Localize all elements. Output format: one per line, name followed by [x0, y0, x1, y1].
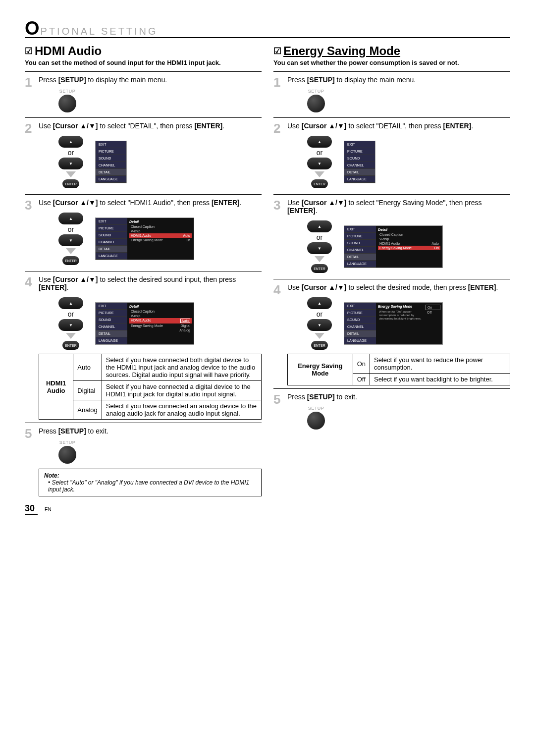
step-text: Use [287, 199, 302, 207]
arrow-down-icon [315, 171, 324, 177]
step-number: 2 [273, 122, 283, 191]
step-number: 5 [273, 393, 283, 432]
right-step-4: 4 Use [Cursor ▲/▼] to select the desired… [273, 279, 510, 385]
step-body: Press [SETUP] to display the main menu. … [39, 76, 262, 114]
osd-row: HDMI1 AudioAuto [378, 241, 440, 246]
step-text: Press [39, 427, 58, 435]
table-cell: On [353, 354, 370, 374]
osd-detail-panel: EXIT PICTURE SOUND CHANNEL DETAIL LANGUA… [95, 217, 194, 260]
enter-button-icon: ENTER [62, 256, 79, 265]
step-text: to display the main menu. [335, 76, 416, 84]
osd-sound: SOUND [344, 240, 376, 247]
step-text: Use [39, 275, 53, 283]
osd-detail-panel: EXIT PICTURE SOUND CHANNEL DETAIL LANGUA… [344, 225, 443, 268]
osd-channel: CHANNEL [96, 324, 127, 330]
step-text: to select "DETAIL", then press [347, 122, 443, 130]
cursor-key: [Cursor ▲/▼] [53, 122, 98, 130]
setup-key: [SETUP] [307, 76, 335, 84]
setup-circle-icon [307, 412, 325, 430]
osd-panel-title: Detail [129, 305, 192, 308]
osd-row: Closed Caption [129, 224, 192, 229]
setup-label: SETUP [58, 89, 76, 94]
osd-exit: EXIT [344, 303, 376, 310]
setup-button-graphic: SETUP [307, 89, 325, 112]
table-cell: Select if you want backlight to be brigh… [370, 374, 510, 385]
table-cell: Select if you have connected an analog d… [102, 400, 261, 420]
osd-language: LANGUAGE [344, 337, 376, 344]
note-box: Note: Select "Auto" or "Analog" if you h… [39, 469, 262, 496]
setup-circle-icon [307, 95, 325, 112]
table-cell: Select if you have connected a digital d… [102, 381, 261, 400]
setup-label: SETUP [307, 89, 325, 94]
left-step-3: 3 Use [Cursor ▲/▼] to select "HDMI1 Audi… [25, 194, 262, 268]
cursor-graphic: or ENTER [58, 212, 83, 266]
step-text: to select "Energy Saving Mode", then pre… [347, 199, 482, 207]
energy-options-table: Energy Saving Mode On Select if you want… [287, 354, 510, 385]
cursor-up-icon [307, 220, 332, 232]
osd-panel-title: Detail [378, 228, 440, 231]
table-cell: Select if you want to reduce the power c… [370, 354, 510, 374]
step-text: Press [39, 76, 58, 84]
table-rowheader: Energy Saving Mode [288, 354, 353, 385]
enter-button-icon: ENTER [62, 179, 79, 188]
cursor-up-icon [307, 136, 332, 148]
step-text: to exit. [86, 427, 108, 435]
or-label: or [307, 310, 332, 318]
cursor-graphic: or ENTER [58, 135, 83, 189]
cursor-down-icon [307, 158, 332, 169]
arrow-down-icon [315, 256, 324, 262]
cursor-up-icon [307, 297, 332, 309]
step-body: Press [SETUP] to exit. SETUP Note: Selec… [39, 427, 262, 496]
osd-row: V-chip [129, 314, 192, 318]
step-text: to exit. [335, 393, 357, 401]
left-step-5: 5 Press [SETUP] to exit. SETUP Note: Sel… [25, 423, 262, 496]
osd-picture: PICTURE [96, 310, 127, 317]
cursor-down-icon [307, 319, 332, 331]
right-step-5: 5 Press [SETUP] to exit. SETUP [273, 388, 510, 432]
step-text: to select the desired mode, then press [347, 283, 468, 291]
step-body: Use [Cursor ▲/▼] to select the desired s… [39, 275, 262, 420]
osd-row: Closed Caption [129, 309, 192, 314]
setup-key: [SETUP] [58, 76, 86, 84]
osd-exit: EXIT [96, 141, 126, 148]
or-label: or [307, 149, 332, 157]
or-label: or [58, 310, 83, 318]
title-text: Energy Saving Mode [283, 44, 400, 57]
osd-sound: SOUND [344, 155, 375, 162]
arrow-down-icon [66, 333, 76, 339]
setup-key: [SETUP] [58, 427, 86, 435]
step-number: 3 [273, 199, 283, 276]
osd-channel: CHANNEL [96, 239, 127, 246]
page-footer: 30 EN [25, 503, 510, 515]
step-text: Use [287, 122, 302, 130]
enter-button-icon: ENTER [62, 341, 79, 350]
table-cell: Digital [73, 381, 102, 400]
step-text: to select "HDMI1 Audio", then press [98, 199, 212, 207]
enter-key: [ENTER] [212, 199, 240, 207]
osd-row-selected: HDMI1 AudioAuto [129, 318, 192, 324]
osd-picture: PICTURE [96, 148, 126, 155]
right-step-3: 3 Use [Cursor ▲/▼] to select "Energy Sav… [273, 194, 510, 276]
title-text: HDMI Audio [35, 44, 102, 57]
osd-detail: DETAIL [344, 254, 376, 261]
osd-channel: CHANNEL [344, 247, 376, 254]
setup-button-graphic: SETUP [58, 440, 76, 464]
setup-key: [SETUP] [307, 393, 335, 401]
osd-row: Energy Saving ModeDigital [129, 324, 192, 328]
step-text: Use [39, 199, 53, 207]
table-cell: Off [353, 374, 370, 385]
enter-key: [ENTER] [443, 122, 471, 130]
step-number: 4 [25, 275, 35, 420]
enter-key: [ENTER] [194, 122, 222, 130]
cursor-key: [Cursor ▲/▼] [302, 283, 347, 291]
osd-row-selected: Energy Saving ModeOn [378, 246, 440, 250]
osd-detail: DETAIL [344, 169, 375, 176]
cursor-up-icon [58, 136, 83, 148]
osd-exit: EXIT [344, 226, 376, 233]
step-number: 2 [25, 122, 35, 191]
cursor-key: [Cursor ▲/▼] [53, 275, 98, 283]
step-text: Use [287, 283, 302, 291]
osd-sound: SOUND [344, 317, 376, 324]
step-text: . [67, 283, 69, 291]
arrow-down-icon [315, 333, 324, 339]
